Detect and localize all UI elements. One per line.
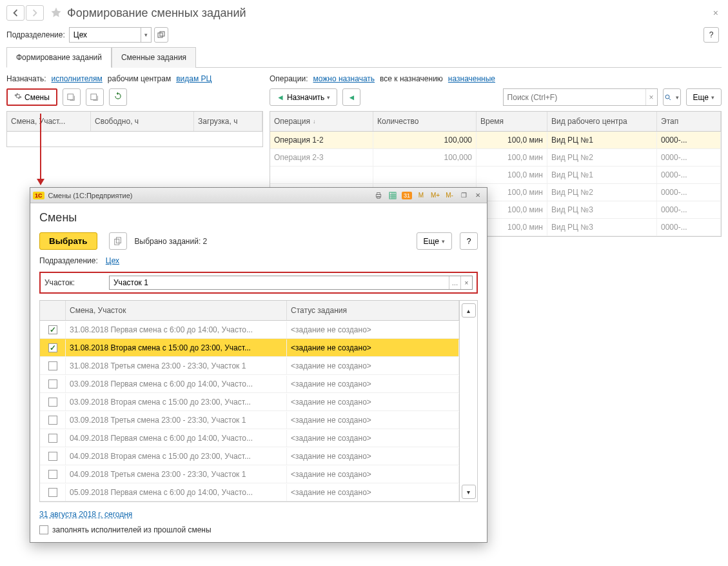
table-row[interactable]: 03.09.2018 Третья смена 23:00 - 23:30, У…: [40, 411, 459, 429]
th-status[interactable]: Статус задания: [287, 301, 459, 320]
row-checkbox[interactable]: [48, 452, 57, 461]
table-row[interactable]: 31.08.2018 Третья смена 23:00 - 23:30, У…: [40, 357, 459, 375]
m-minus-button[interactable]: M-: [443, 190, 456, 201]
link-assigned[interactable]: назначенные: [448, 74, 495, 83]
calendar-icon[interactable]: 31: [400, 190, 413, 201]
row-checkbox[interactable]: [48, 488, 57, 497]
table-row[interactable]: 03.09.2018 Вторая смена с 15:00 до 23:00…: [40, 393, 459, 411]
th-op[interactable]: Операция↓: [270, 112, 373, 131]
th-shift[interactable]: Смена, Участок: [66, 301, 287, 320]
th-rc[interactable]: Вид рабочего центра: [547, 112, 657, 131]
row-checkbox[interactable]: ✓: [48, 343, 57, 352]
th-load[interactable]: Загрузка, ч: [194, 112, 262, 131]
open-external-icon[interactable]: [154, 27, 168, 43]
row-checkbox[interactable]: [48, 361, 57, 370]
modal-heading: Смены: [39, 211, 478, 225]
m-plus-button[interactable]: M+: [429, 190, 442, 201]
grid-icon[interactable]: [386, 190, 399, 201]
row-checkbox[interactable]: [48, 398, 57, 407]
refresh-button[interactable]: [109, 88, 127, 106]
modal-podr-link[interactable]: Цех: [106, 256, 119, 265]
modal-close-icon[interactable]: ✕: [471, 190, 484, 201]
row-checkbox-cell: ✓: [40, 339, 66, 356]
area-field[interactable]: … ×: [109, 276, 473, 290]
th-free[interactable]: Свободно, ч: [91, 112, 194, 131]
scroll-down-icon[interactable]: ▾: [462, 485, 476, 499]
nav-forward[interactable]: [26, 5, 44, 21]
copy-icon[interactable]: [109, 232, 127, 250]
assign-label: Назначать:: [6, 74, 46, 83]
close-icon[interactable]: ×: [713, 8, 718, 18]
print-icon[interactable]: [372, 190, 385, 201]
podr-dropdown[interactable]: ▾: [69, 27, 152, 43]
row-shift: 31.08.2018 Третья смена 23:00 - 23:30, У…: [66, 358, 287, 374]
toolbar-btn-2[interactable]: [86, 88, 104, 106]
table-cell: 100,0 мин: [477, 149, 547, 166]
link-rctype[interactable]: видам РЦ: [176, 74, 212, 83]
toolbar-btn-1[interactable]: [63, 88, 81, 106]
table-cell: Вид РЦ №2: [547, 184, 657, 201]
tab-form[interactable]: Формирование заданий: [6, 47, 112, 68]
table-cell: Вид РЦ №3: [547, 201, 657, 218]
row-checkbox[interactable]: [48, 470, 57, 479]
link-performers[interactable]: исполнителям: [52, 74, 103, 83]
scroll-up-icon[interactable]: ▴: [462, 303, 476, 318]
link-can-assign[interactable]: можно назначать: [313, 74, 375, 83]
ellipsis-icon[interactable]: …: [449, 276, 460, 289]
table-row[interactable]: 04.09.2018 Вторая смена с 15:00 до 23:00…: [40, 447, 459, 465]
row-checkbox[interactable]: [48, 416, 57, 425]
table-cell: 0000-...: [657, 132, 721, 148]
th-stage[interactable]: Этап: [657, 112, 721, 131]
table-cell: 100,000: [373, 149, 477, 166]
help-button[interactable]: ?: [703, 27, 719, 43]
more-button[interactable]: Еще ▾: [686, 88, 722, 106]
dropdown-toggle-icon[interactable]: ▾: [141, 28, 151, 42]
row-checkbox[interactable]: [48, 379, 57, 389]
search-input[interactable]: [504, 93, 645, 102]
table-cell: 0000-...: [657, 149, 721, 166]
svg-point-4: [665, 95, 669, 99]
select-button[interactable]: Выбрать: [39, 232, 97, 250]
assign-left-single[interactable]: ◄: [342, 88, 360, 106]
svg-rect-9: [114, 239, 119, 245]
link-workcenters[interactable]: рабочим центрам: [108, 74, 171, 83]
fill-checkbox[interactable]: [39, 525, 48, 534]
search-box[interactable]: ×: [503, 88, 658, 106]
window-restore-icon[interactable]: ❐: [457, 190, 470, 201]
m-button[interactable]: M: [415, 190, 428, 201]
favorite-icon[interactable]: [50, 6, 62, 20]
modal-more-button[interactable]: Еще ▾: [417, 232, 452, 250]
modal-podr-label: Подразделение:: [39, 256, 98, 265]
smeny-button[interactable]: Смены: [6, 88, 57, 106]
row-status: <задание не создано>: [287, 412, 459, 429]
modal-help-button[interactable]: ?: [460, 232, 478, 250]
table-row[interactable]: 03.09.2018 Первая смена с 6:00 до 14:00,…: [40, 375, 459, 393]
clear-icon[interactable]: ×: [460, 276, 472, 289]
row-shift: 03.09.2018 Вторая смена с 15:00 до 23:00…: [66, 394, 287, 410]
left-table: Смена, Участ... Свободно, ч Загрузка, ч: [6, 111, 263, 147]
th-time[interactable]: Время: [477, 112, 547, 131]
table-row[interactable]: Операция 2-3100,000100,0 минВид РЦ №2000…: [270, 149, 721, 167]
table-row[interactable]: Операция 1-2100,000100,0 минВид РЦ №1000…: [270, 132, 721, 149]
table-row[interactable]: 04.09.2018 Третья смена 23:00 - 23:30, У…: [40, 465, 459, 483]
search-exec-button[interactable]: ▾: [663, 88, 681, 106]
table-row[interactable]: ✓31.08.2018 Вторая смена с 15:00 до 23:0…: [40, 339, 459, 357]
row-checkbox[interactable]: ✓: [48, 325, 57, 334]
ops-label: Операции:: [270, 74, 308, 83]
area-highlight: Участок: … ×: [39, 272, 478, 294]
area-input[interactable]: [110, 276, 449, 289]
podr-input[interactable]: [70, 30, 141, 39]
table-row[interactable]: 04.09.2018 Первая смена с 6:00 до 14:00,…: [40, 429, 459, 447]
table-row[interactable]: 05.09.2018 Первая смена с 6:00 до 14:00,…: [40, 483, 459, 501]
tab-smeny[interactable]: Сменные задания: [112, 47, 196, 68]
th-shift[interactable]: Смена, Участ...: [7, 112, 91, 131]
nav-back[interactable]: [6, 5, 25, 21]
table-row[interactable]: 100,0 минВид РЦ №10000-...: [270, 167, 721, 184]
date-link[interactable]: 31 августа 2018 г. сегодня: [39, 510, 132, 519]
th-qty[interactable]: Количество: [373, 112, 477, 131]
txt-all[interactable]: все к назначению: [380, 74, 443, 83]
row-checkbox[interactable]: [48, 434, 57, 443]
search-clear-icon[interactable]: ×: [645, 89, 657, 105]
assign-button[interactable]: ◄ Назначить ▾: [270, 88, 337, 106]
table-row[interactable]: ✓31.08.2018 Первая смена с 6:00 до 14:00…: [40, 321, 459, 339]
